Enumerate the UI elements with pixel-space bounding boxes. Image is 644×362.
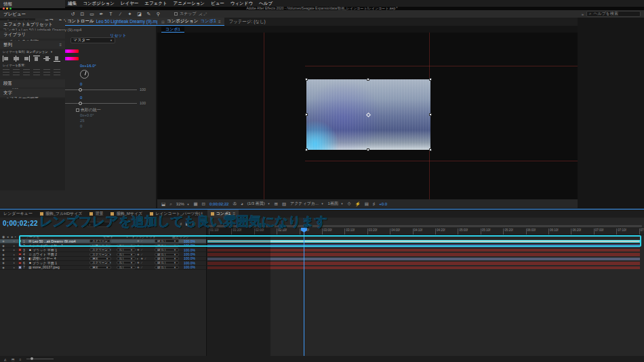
layer-duration-bar[interactable] [207,249,640,252]
layer-name[interactable]: ブラック 平面 1 [33,248,89,252]
label-color-chip[interactable] [18,266,22,269]
rotation-tool[interactable]: ↺ [70,11,76,18]
panel-menu-icon[interactable]: ≡ [218,20,221,24]
blend-mode-select[interactable]: スクリーン▼ [89,248,111,252]
trkmat-select[interactable]: なし▼ [117,261,136,264]
timeline-zoom-slider[interactable] [26,359,54,359]
playhead-line[interactable] [304,231,304,356]
slider-thumb[interactable] [79,102,82,105]
snap-options-icon[interactable]: ⋌ ⤢ [199,12,207,17]
visibility-eye-icon[interactable]: ◉ [1,248,5,252]
layer-duration-bar[interactable] [207,266,640,270]
menu-item-2[interactable]: 編集 [68,1,77,7]
twirl-icon[interactable]: ▸ [14,266,18,269]
expand-layer-switches-icon[interactable]: ◭ [4,357,7,361]
puppet-tool[interactable]: ⚲ [155,11,161,18]
label-color-chip[interactable] [18,257,22,260]
twirl-icon[interactable]: ▸ [14,244,18,247]
master-hue-value[interactable]: 0x+16.0° [80,64,96,68]
blend-mode-select[interactable]: スクリーン▼ [89,253,111,256]
rectangle-tool[interactable]: ▭ [89,11,95,18]
close-window-icon[interactable] [3,7,5,9]
selection-handle[interactable] [429,148,432,151]
layer-duration-bar[interactable] [207,258,640,261]
distribute-icon[interactable] [13,69,20,75]
label-color-chip[interactable] [18,248,22,252]
menu-item-9[interactable]: ヘルプ [259,1,273,7]
twirl-icon[interactable]: ▸ [14,239,18,243]
snapshot-camera-icon[interactable]: ✇ [233,201,236,207]
active-camera-select[interactable]: アクティブカ... ▼ [290,201,324,207]
layer-duration-bar[interactable] [207,262,640,265]
channel-control-select[interactable]: マスター ▼ [71,37,115,43]
layer-switches[interactable]: ❖ ⁄ [137,266,155,269]
blend-mode-select[interactable]: スクリーン▼ [89,261,111,264]
hue-dial[interactable] [80,70,89,79]
parent-select[interactable]: @ なし▼ [155,257,179,260]
layer-switches[interactable]: ❖ ⁄ [137,253,155,256]
distribute-icon[interactable] [43,69,50,75]
exposure-value[interactable]: +0.0 [379,202,387,206]
trkmat-select[interactable]: なし▼ [117,266,136,269]
align-vcenter-icon[interactable] [43,56,50,62]
eraser-tool[interactable]: ◪ [136,11,142,18]
align-top-icon[interactable] [33,56,40,62]
expand-inout-icon[interactable]: ≡ [20,357,22,361]
label-color-chip[interactable] [18,253,22,256]
selection-handle[interactable] [429,113,432,116]
trkmat-select[interactable]: なし▼ [117,253,136,256]
clone-stamp-tool[interactable]: ✦ [127,11,133,18]
visibility-eye-icon[interactable]: ◉ [1,239,5,243]
visibility-eye-icon[interactable]: ◉ [1,261,5,264]
menu-item-7[interactable]: ビュー [211,1,224,7]
align-bottom-icon[interactable] [54,56,60,62]
layer-name[interactable]: 調整レイヤー 4 [33,257,89,261]
panel-libraries[interactable]: ライブラリ [0,31,65,39]
magnification-icon[interactable]: ⌕ [169,201,172,207]
menu-item-4[interactable]: レイヤー [121,1,138,7]
composition-viewer[interactable] [157,33,578,199]
layer-row[interactable]: ◉▸7▤stone_00137.jpeg通常▼なし▼❖ ⁄@ なし▼100.0% [0,266,207,270]
layer-name[interactable]: ホワイト 平面 2 [33,252,89,256]
twirl-icon[interactable]: ▸ [14,248,18,252]
parent-select[interactable]: @ なし▼ [155,266,179,269]
visibility-eye-icon[interactable]: ◉ [1,266,5,269]
menu-item-5[interactable]: エフェクト [144,1,167,7]
selection-handle[interactable] [429,78,432,81]
zoom-level-select[interactable]: 32% ▼ [176,202,190,206]
visibility-eye-icon[interactable]: ◉ [1,257,5,260]
menu-item-3[interactable]: コンポジション [83,1,115,7]
layer-name[interactable]: stone_00137.jpeg [33,266,89,270]
layer-duration-bar[interactable] [207,253,640,256]
blend-mode-select[interactable]: 通常▼ [89,266,111,269]
distribute-icon[interactable] [23,69,30,75]
region-of-interest-icon[interactable]: ⊞ [274,201,277,207]
roto-brush-tool[interactable]: ✎ [146,11,152,18]
trkmat-select[interactable]: なし▼ [117,257,136,260]
fast-previews-icon[interactable]: ⚡ [355,201,361,207]
pen-tool[interactable]: ✒ [98,11,104,18]
colorize-row[interactable]: 色彩の統一 [76,107,101,113]
layer-name[interactable]: ブラック 平面 1 [33,261,89,265]
twirl-icon[interactable]: ▸ [14,257,18,260]
slider-thumb[interactable] [79,88,82,92]
panel-menu-icon[interactable]: ≡ [59,43,62,47]
selection-handle[interactable] [305,113,308,116]
expand-transfer-controls-icon[interactable]: ⬒ [12,357,15,361]
visibility-eye-icon[interactable]: ◉ [1,253,5,256]
panel-character[interactable]: 文字 [0,89,65,97]
trkmat-select[interactable]: なし▼ [117,248,136,252]
label-color-chip[interactable] [18,262,22,265]
brush-tool[interactable]: ∕ [117,11,123,18]
layer-switches[interactable]: ❖ ⁄ [137,248,155,252]
tab-footage[interactable]: フッテージ: (なし) [224,18,269,26]
zoom-window-icon[interactable] [9,7,12,9]
pixel-aspect-icon[interactable]: ⟐ [348,201,351,207]
grid-guides-icon[interactable]: ▦ [193,201,197,207]
help-search-input[interactable]: ⌕ ヘルプを検索 [586,11,641,17]
minimize-window-icon[interactable] [6,7,8,9]
selection-handle[interactable] [305,78,308,81]
comp-timecode[interactable]: 0;00;02;22 [209,202,228,206]
flowchart-button-icon[interactable]: ♯ [373,201,375,206]
view-layout-select[interactable]: 1画面 ▼ [328,201,344,207]
